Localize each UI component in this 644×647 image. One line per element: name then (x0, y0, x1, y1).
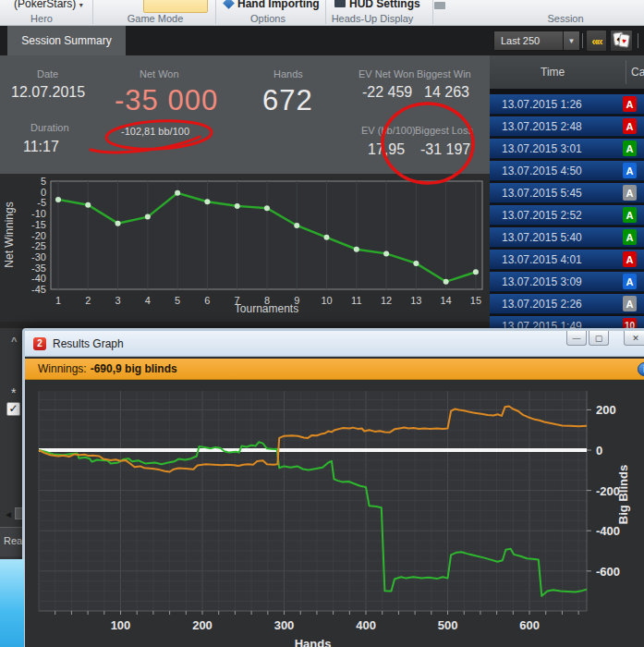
hands-value: 672 (262, 84, 313, 117)
tab-bar: Session Summary Last 250 ▼ «« ♠ ♥ (0, 26, 644, 55)
ev-bb100-label: EV (bb/100) (361, 125, 416, 136)
svg-text:1: 1 (55, 295, 61, 306)
net-won-bb100-value: -102,81 bb/100 (121, 126, 189, 137)
table-row[interactable]: 13.07.2015 2:48A (490, 116, 644, 137)
column-header-time[interactable]: Time (541, 66, 565, 79)
svg-text:-5: -5 (37, 197, 46, 208)
collapse-chevron-icon[interactable]: ^ (11, 336, 17, 347)
close-icon: ✕ (632, 334, 639, 343)
close-button[interactable]: ✕ (624, 331, 644, 346)
restore-button[interactable]: ▢ (589, 331, 609, 346)
row-time: 13.07.2015 2:26 (490, 298, 623, 311)
table-row[interactable]: 13.07.2015 5:45A (490, 183, 644, 203)
row-time: 13.07.2015 2:52 (490, 209, 623, 222)
rewind-icon: «« (591, 34, 601, 48)
window-titlebar[interactable]: 2 Results Graph — ▢ ✕ (25, 331, 644, 357)
restore-icon: ▢ (595, 334, 603, 343)
table-row[interactable]: 13.07.2015 2:26A (490, 294, 644, 314)
biggest-loss-value: -31 197 (420, 141, 470, 158)
table-row[interactable]: 13.07.2015 1:26A (490, 94, 644, 115)
hands-label: Hands (273, 68, 303, 79)
caret-down-icon: ▾ (79, 1, 83, 9)
svg-text:-35: -35 (31, 262, 46, 274)
winnings-value: -690,9 big blinds (91, 362, 177, 375)
svg-text:15: 15 (470, 295, 481, 306)
checkbox-checked[interactable]: ✓ (6, 402, 20, 416)
minimize-button[interactable]: — (566, 331, 587, 346)
info-icon[interactable]: i (638, 362, 644, 376)
row-time: 13.07.2015 2:48 (490, 120, 623, 133)
winnings-banner: Winnings: -690,9 big blinds i (25, 359, 644, 380)
ribbon-toolbar: (PokerStars) ▾ Hand Importing HUD Settin… (0, 0, 644, 26)
svg-text:200: 200 (192, 618, 213, 632)
show-cards-button[interactable]: ♠ ♥ (610, 30, 633, 52)
table-row[interactable]: 13.07.2015 3:01A (490, 139, 644, 159)
ribbon-group-hero: Hero (0, 13, 97, 24)
ev-bb100-value: 17,95 (368, 141, 405, 158)
table-row[interactable]: 13.07.2015 4:50A (490, 161, 644, 181)
hands-table: Time Ca 13.07.2015 1:26A13.07.2015 2:48A… (490, 55, 644, 328)
tab-label: Session Summary (21, 34, 111, 47)
duration-value: 11:17 (23, 139, 59, 155)
svg-text:12: 12 (381, 295, 392, 306)
hand-importing-button[interactable]: Hand Importing (225, 0, 320, 10)
svg-text:-600: -600 (596, 565, 620, 579)
table-row[interactable]: 13.07.2015 3:09A (490, 272, 644, 292)
svg-text:5: 5 (175, 295, 180, 306)
card-badge: A (623, 274, 637, 289)
net-won-value: -35 000 (115, 84, 218, 117)
last-250-dropdown[interactable]: Last 250 ▼ (493, 31, 580, 51)
session-stats-panel: Date 12.07.2015 Duration 11:17 Net Won -… (0, 55, 490, 174)
svg-text:-15: -15 (31, 219, 46, 230)
card-badge: A (623, 229, 637, 245)
net-won-label: Net Won (140, 68, 179, 79)
biggest-win-label: Biggest Win (417, 68, 471, 79)
svg-text:-40: -40 (31, 273, 46, 284)
hud-settings-button[interactable]: HUD Settings (334, 0, 420, 10)
hand-importing-label: Hand Importing (237, 0, 320, 10)
duration-label: Duration (30, 122, 69, 133)
results-graph-plot: 2000-200-400-600100200300400500600HandsB… (25, 380, 644, 647)
card-badge: A (623, 207, 637, 223)
back-arrow-icon[interactable]: ◄ (4, 509, 13, 519)
chevron-down-icon: ▼ (563, 31, 579, 50)
row-time: 13.07.2015 4:50 (490, 165, 623, 177)
rewind-button[interactable]: «« (586, 30, 607, 52)
svg-text:500: 500 (438, 618, 458, 632)
ribbon-group-hud: Heads-Up Display (317, 13, 428, 24)
svg-text:-30: -30 (31, 251, 46, 262)
svg-text:5: 5 (41, 176, 46, 187)
tab-session-summary[interactable]: Session Summary (7, 26, 126, 55)
date-label: Date (37, 68, 58, 79)
results-graph-chart: 2000-200-400-600100200300400500600HandsB… (25, 380, 644, 647)
game-mode-button[interactable] (143, 0, 208, 13)
svg-text:Tournaments: Tournaments (235, 302, 298, 315)
svg-text:-400: -400 (596, 524, 620, 538)
hud-settings-label: HUD Settings (349, 0, 420, 10)
svg-text:2: 2 (85, 295, 91, 306)
table-row[interactable]: 13.07.2015 5:40A (490, 227, 644, 248)
card-badge: A (623, 96, 637, 112)
svg-text:13: 13 (410, 295, 421, 306)
winnings-label: Winnings: (38, 362, 87, 375)
filter-value: Last 250 (494, 35, 563, 46)
heart-card-icon: ♥ (618, 33, 630, 47)
card-badge: A (623, 163, 637, 178)
ev-net-won-label: EV Net Won (358, 68, 414, 79)
table-row[interactable]: 13.07.2015 4:01A (490, 250, 644, 270)
status-text: Rea (4, 535, 22, 546)
svg-text:10: 10 (321, 295, 332, 306)
ribbon-group-game-mode: Game Mode (100, 13, 211, 24)
column-header-card[interactable]: Ca (631, 66, 644, 79)
diamond-icon (223, 0, 235, 9)
session-tool-icon[interactable] (434, 0, 445, 12)
svg-text:200: 200 (596, 403, 616, 417)
table-row[interactable]: 13.07.2015 2:52A (490, 205, 644, 226)
row-time: 13.07.2015 5:45 (490, 187, 623, 200)
net-winnings-plot: 12345678910111213141550-5-10-15-20-25-30… (0, 174, 490, 322)
toolbar-separator (582, 33, 583, 48)
pokerstars-dropdown[interactable]: (PokerStars) ▾ (14, 0, 83, 10)
pokerstars-label: (PokerStars) (14, 0, 76, 10)
row-time: 13.07.2015 4:01 (490, 253, 623, 266)
svg-text:-45: -45 (31, 284, 46, 295)
